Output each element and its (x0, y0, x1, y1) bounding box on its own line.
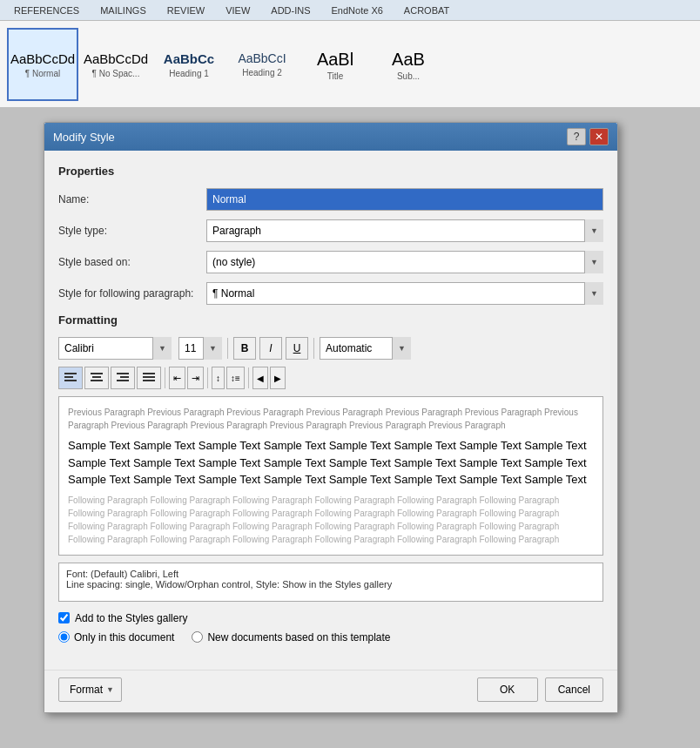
style-title-label: Title (327, 71, 344, 81)
name-label: Name: (58, 193, 206, 206)
italic-button[interactable]: I (259, 337, 282, 360)
style-type-select[interactable]: Paragraph (206, 219, 603, 242)
style-following-label: Style for following paragraph: (58, 287, 206, 300)
spacing-divider (207, 367, 208, 388)
svg-rect-2 (64, 380, 77, 381)
svg-rect-4 (91, 373, 103, 374)
format-label: Format (70, 684, 103, 696)
tab-review[interactable]: REVIEW (157, 3, 215, 18)
radio-new-template-input[interactable] (192, 631, 203, 643)
format-divider-1 (227, 338, 228, 359)
radio-only-doc-input[interactable] (58, 631, 70, 643)
size-select[interactable]: 11 (178, 337, 222, 360)
style-heading1-label: Heading 1 (169, 69, 209, 78)
color-select[interactable]: Automatic (320, 337, 411, 360)
align-right-button[interactable] (111, 367, 135, 389)
dialog-body: Properties Name: Style type: Paragraph ▼… (44, 151, 617, 670)
align-center-button[interactable] (84, 367, 109, 389)
align-center-icon (91, 373, 103, 383)
align-left-button[interactable] (58, 367, 83, 389)
dialog-controls: ? ✕ (567, 128, 609, 145)
decrease-indent-btn[interactable]: ◀ (252, 367, 268, 389)
style-title[interactable]: AaBl Title (300, 28, 371, 101)
add-to-gallery-label[interactable]: Add to the Styles gallery (75, 612, 187, 624)
footer-right: OK Cancel (477, 677, 603, 702)
preview-following-text: Following Paragraph Following Paragraph … (68, 494, 594, 546)
tab-addins[interactable]: ADD-INS (260, 3, 320, 18)
format-button-wrapper: Format ▼ (58, 677, 122, 702)
preview-sample-text: Sample Text Sample Text Sample Text Samp… (68, 437, 594, 489)
line-spacing-button[interactable]: ↕ (212, 367, 225, 389)
radio-only-doc-label[interactable]: Only in this document (74, 631, 174, 644)
svg-rect-14 (143, 380, 155, 381)
ribbon-body: AaBbCcDd ¶ Normal AaBbCcDd ¶ No Spac... … (0, 21, 700, 108)
ribbon: REFERENCES MAILINGS REVIEW VIEW ADD-INS … (0, 0, 700, 109)
style-normal-label: ¶ Normal (25, 69, 60, 78)
add-to-gallery-checkbox[interactable] (58, 612, 70, 623)
indent-left-button[interactable]: ⇤ (169, 367, 185, 389)
para-spacing-button[interactable]: ↕≡ (226, 367, 245, 389)
bold-button[interactable]: B (233, 337, 256, 360)
style-no-spacing[interactable]: AaBbCcDd ¶ No Spac... (80, 28, 151, 101)
increase-indent-btn[interactable]: ▶ (270, 367, 286, 389)
ok-button[interactable]: OK (477, 677, 538, 702)
name-row: Name: (58, 188, 603, 211)
cancel-button[interactable]: Cancel (545, 677, 603, 702)
tab-endnote[interactable]: EndNote X6 (321, 3, 394, 18)
svg-rect-13 (143, 376, 155, 378)
style-no-spacing-preview: AaBbCcDd (84, 51, 148, 67)
style-normal[interactable]: AaBbCcDd ¶ Normal (7, 28, 78, 101)
style-based-select[interactable]: (no style) (206, 251, 603, 273)
underline-button[interactable]: U (286, 337, 308, 360)
format-divider-2 (313, 338, 314, 359)
formatting-heading: Formatting (58, 313, 603, 327)
style-following-select[interactable]: ¶ Normal (206, 282, 603, 305)
svg-rect-12 (143, 373, 155, 374)
option-area: Add to the Styles gallery Only in this d… (58, 612, 603, 644)
dialog-footer: Format ▼ OK Cancel (44, 670, 617, 712)
font-select[interactable]: Calibri (58, 337, 172, 360)
style-type-label: Style type: (58, 225, 206, 237)
svg-rect-8 (117, 373, 129, 374)
style-description: Font: (Default) Calibri, Left Line spaci… (58, 563, 603, 602)
style-based-row: Style based on: (no style) ▼ (58, 251, 603, 273)
indent-right-button[interactable]: ⇥ (187, 367, 204, 389)
help-button[interactable]: ? (567, 128, 586, 145)
color-select-wrapper: Automatic ▼ (320, 337, 411, 360)
tab-acrobat[interactable]: ACROBAT (394, 3, 460, 18)
style-subtitle[interactable]: AaB Sub... (373, 28, 444, 101)
style-based-select-wrapper: (no style) ▼ (206, 251, 603, 273)
radio-new-template[interactable]: New documents based on this template (192, 631, 390, 644)
font-row: Calibri ▼ 11 ▼ B I U Automati (58, 337, 603, 360)
style-heading2-label: Heading 2 (242, 68, 282, 77)
close-button[interactable]: ✕ (589, 128, 609, 145)
format-arrow-icon: ▼ (106, 685, 114, 694)
format-button[interactable]: Format ▼ (58, 677, 122, 702)
name-input[interactable] (206, 188, 603, 211)
align-left-icon (64, 373, 77, 383)
style-desc-line2: Line spacing: single, Widow/Orphan contr… (66, 579, 596, 590)
style-following-select-wrapper: ¶ Normal ▼ (206, 282, 603, 305)
radio-row: Only in this document New documents base… (58, 631, 603, 644)
align-justify-button[interactable] (137, 367, 161, 389)
style-heading2[interactable]: AaBbCcI Heading 2 (226, 28, 298, 101)
ribbon-tabs-bar: REFERENCES MAILINGS REVIEW VIEW ADD-INS … (0, 0, 700, 21)
style-heading1-preview: AaBbCc (164, 51, 214, 67)
radio-new-template-label[interactable]: New documents based on this template (207, 631, 390, 644)
radio-only-doc[interactable]: Only in this document (58, 631, 174, 644)
style-subtitle-label: Sub... (397, 71, 420, 81)
align-right-icon (117, 373, 129, 383)
preview-area: Previous Paragraph Previous Paragraph Pr… (58, 396, 603, 556)
tab-view[interactable]: VIEW (215, 3, 260, 18)
style-heading1[interactable]: AaBbCc Heading 1 (153, 28, 225, 101)
tab-references[interactable]: REFERENCES (3, 3, 90, 18)
svg-rect-10 (117, 380, 129, 381)
alignment-row: ⇤ ⇥ ↕ ↕≡ ◀ ▶ (58, 367, 603, 389)
style-title-preview: AaBl (317, 49, 353, 70)
style-type-row: Style type: Paragraph ▼ (58, 219, 603, 242)
svg-rect-0 (64, 373, 77, 374)
style-heading2-preview: AaBbCcI (238, 51, 286, 66)
properties-heading: Properties (58, 165, 603, 178)
style-following-row: Style for following paragraph: ¶ Normal … (58, 282, 603, 305)
tab-mailings[interactable]: MAILINGS (90, 3, 157, 18)
